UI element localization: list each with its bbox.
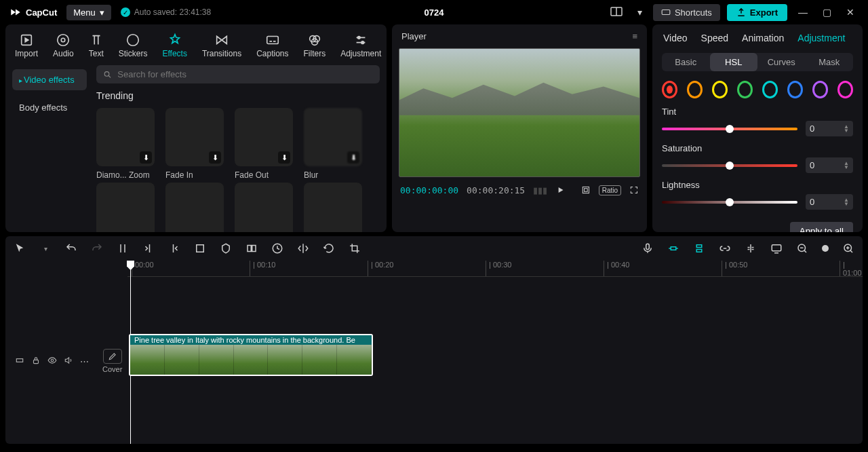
zoom-out-icon[interactable] (796, 242, 808, 255)
delete-left-tool[interactable] (142, 242, 155, 255)
swatch-orange[interactable] (687, 81, 703, 98)
mic-icon[interactable] (642, 242, 654, 255)
magnet-tracks-icon[interactable] (693, 242, 705, 255)
download-icon[interactable]: ⬇ (347, 151, 359, 164)
ratio-button[interactable]: Ratio (599, 185, 621, 195)
effect-thumb[interactable] (96, 183, 155, 232)
menu-button[interactable]: Menu ▾ (66, 5, 111, 20)
search-field[interactable] (117, 69, 373, 79)
player-menu-icon[interactable]: ≡ (632, 31, 637, 41)
cover-button[interactable]: Cover (102, 349, 122, 373)
effect-fade-in[interactable]: ⬇Fade In (165, 108, 224, 180)
marker-tool[interactable] (220, 242, 232, 255)
redo-button[interactable] (91, 242, 103, 255)
lightness-slider[interactable] (662, 201, 797, 204)
track-more-icon[interactable]: ⋯ (80, 356, 89, 366)
subtab-mask[interactable]: Mask (806, 53, 854, 71)
close-button[interactable]: ✕ (842, 7, 859, 18)
swatch-purple[interactable] (812, 81, 828, 98)
swatch-magenta[interactable] (837, 81, 853, 98)
snap-icon[interactable] (745, 242, 757, 255)
shortcuts-button[interactable]: Shortcuts (653, 4, 720, 21)
stepper-icon[interactable]: ▲▼ (844, 198, 849, 206)
mirror-tool[interactable] (297, 242, 309, 255)
apply-to-all-button[interactable]: Apply to all (790, 222, 853, 232)
track-lock-icon[interactable] (31, 356, 41, 367)
svg-rect-27 (16, 358, 22, 362)
insp-tab-animation[interactable]: Animation (742, 33, 784, 43)
export-button[interactable]: Export (727, 4, 787, 21)
swatch-yellow[interactable] (712, 81, 728, 98)
player-viewport[interactable] (399, 48, 640, 177)
zoom-slider-knob[interactable] (822, 245, 829, 252)
split-tool[interactable] (117, 242, 129, 255)
frame-scale-icon[interactable] (581, 184, 591, 196)
saturation-slider[interactable] (662, 164, 797, 167)
effect-thumb[interactable] (235, 183, 293, 232)
tab-transitions[interactable]: Transitions (199, 31, 244, 60)
svg-rect-17 (248, 246, 251, 252)
selection-chevron-icon[interactable]: ▾ (39, 242, 52, 255)
effect-thumb[interactable] (304, 183, 362, 232)
tab-audio[interactable]: Audio (50, 31, 77, 60)
track-collapse-icon[interactable] (15, 356, 24, 367)
tab-import[interactable]: Import (12, 31, 41, 60)
zoom-in-icon[interactable] (842, 242, 854, 255)
layout-chevron-icon[interactable]: ▾ (633, 7, 646, 18)
swatch-red[interactable] (662, 81, 677, 98)
tab-text[interactable]: Text (86, 31, 106, 60)
effect-blur[interactable]: ⬇Blur (304, 108, 362, 180)
effect-thumb[interactable] (165, 183, 224, 232)
search-input[interactable] (96, 65, 380, 83)
speed-tool[interactable] (271, 242, 283, 255)
insp-tab-video[interactable]: Video (663, 33, 688, 43)
stepper-icon[interactable]: ▲▼ (844, 162, 849, 170)
play-button[interactable] (555, 184, 565, 196)
minimize-button[interactable]: — (794, 7, 812, 18)
sidebar-item-video-effects[interactable]: ▸Video effects (12, 69, 87, 90)
crop-tool[interactable] (194, 242, 206, 255)
effect-diamond-zoom[interactable]: ⬇Diamo... Zoom (96, 108, 155, 180)
tab-captions[interactable]: Captions (254, 31, 291, 60)
tab-stickers[interactable]: Stickers (116, 31, 151, 60)
track-visibility-icon[interactable] (47, 356, 57, 367)
subtab-curves[interactable]: Curves (757, 53, 806, 71)
insp-tab-speed[interactable]: Speed (701, 33, 728, 43)
track-mute-icon[interactable] (64, 356, 73, 367)
insp-tab-adjustment[interactable]: Adjustment (797, 33, 845, 43)
tab-effects[interactable]: Effects (159, 31, 189, 60)
selection-tool[interactable] (14, 242, 26, 255)
tab-adjustment[interactable]: Adjustment (338, 31, 384, 60)
link-icon[interactable] (719, 242, 731, 255)
effect-label: Blur (304, 170, 362, 180)
preview-icon[interactable] (770, 242, 783, 255)
undo-button[interactable] (65, 242, 77, 255)
lightness-value[interactable]: 0▲▼ (806, 194, 853, 210)
effect-fade-out[interactable]: ⬇Fade Out (235, 108, 293, 180)
swatch-blue[interactable] (787, 81, 803, 98)
delete-right-tool[interactable] (168, 242, 180, 255)
tab-filters[interactable]: Filters (301, 31, 329, 60)
stepper-icon[interactable]: ▲▼ (844, 125, 849, 133)
subtab-basic[interactable]: Basic (662, 53, 710, 71)
fullscreen-icon[interactable] (629, 184, 639, 196)
download-icon[interactable]: ⬇ (140, 151, 152, 164)
timeline-ruler[interactable]: 00:00 | 00:10 | 00:20 | 00:30 | 00:40 | … (127, 261, 863, 277)
saturation-value[interactable]: 0▲▼ (806, 157, 853, 173)
crop-ratio-tool[interactable] (349, 242, 361, 255)
swatch-green[interactable] (737, 81, 753, 98)
tint-value[interactable]: 0▲▼ (806, 121, 853, 136)
subtab-hsl[interactable]: HSL (710, 53, 758, 71)
magnet-main-icon[interactable] (667, 242, 679, 255)
maximize-button[interactable]: ▢ (818, 7, 835, 18)
svg-rect-7 (267, 37, 279, 44)
freeze-tool[interactable] (245, 242, 258, 255)
video-clip[interactable]: Pine tree valley in Italy with rocky mou… (129, 334, 373, 376)
download-icon[interactable]: ⬇ (209, 151, 221, 164)
sidebar-item-body-effects[interactable]: Body effects (12, 97, 87, 118)
rotate-tool[interactable] (323, 242, 335, 255)
download-icon[interactable]: ⬇ (278, 151, 290, 164)
tint-slider[interactable] (662, 128, 797, 130)
layout-icon[interactable] (606, 7, 627, 18)
swatch-cyan[interactable] (762, 81, 778, 98)
